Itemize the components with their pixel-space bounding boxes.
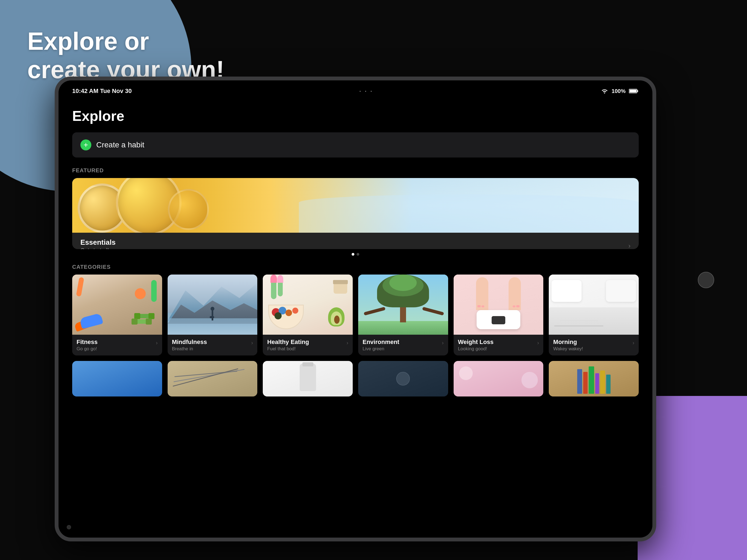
page-title: Explore xyxy=(72,108,639,124)
status-bar: 10:42 AM Tue Nov 30 · · · 100% xyxy=(58,80,652,97)
featured-banner[interactable]: Essentials Get started! › xyxy=(72,178,639,249)
morning-name: Morning xyxy=(553,338,583,346)
hero-line1: Explore or xyxy=(27,27,224,56)
category-card-mindfulness[interactable]: Mindfulness Breathe in › xyxy=(168,275,258,355)
mindfulness-image xyxy=(168,275,258,335)
environment-image xyxy=(358,275,448,335)
mindfulness-info: Mindfulness Breathe in › xyxy=(168,335,258,355)
weightloss-chevron-icon: › xyxy=(537,339,539,346)
fitness-subtitle: Go go go! xyxy=(77,346,98,352)
healthy-eating-subtitle: Fuel that bod! xyxy=(267,346,309,352)
svg-rect-1 xyxy=(637,90,638,92)
bottom-categories-grid xyxy=(72,361,639,397)
healthy-eating-name: Healthy Eating xyxy=(267,338,309,346)
environment-name: Environment xyxy=(363,338,399,346)
pagination-dot-2 xyxy=(357,253,359,256)
bottom-cat-2[interactable] xyxy=(168,361,258,397)
environment-subtitle: Live green xyxy=(363,346,399,352)
morning-chevron-icon: › xyxy=(633,339,634,346)
categories-grid: Fitness Go go go! › xyxy=(72,275,639,355)
healthy-eating-chevron-icon: › xyxy=(346,339,349,346)
featured-chevron-icon: › xyxy=(628,242,630,249)
plus-icon: + xyxy=(80,139,91,150)
battery-text: 100% xyxy=(612,88,626,94)
fitness-name: Fitness xyxy=(77,338,98,346)
bottom-cat-1[interactable] xyxy=(72,361,162,397)
featured-title: Essentials xyxy=(80,238,115,247)
front-camera xyxy=(67,525,71,529)
bottom-cat-4[interactable] xyxy=(358,361,448,397)
morning-image xyxy=(549,275,639,335)
weightloss-info: Weight Loss Looking good! › xyxy=(454,335,544,355)
status-dots: · · · xyxy=(359,87,373,95)
featured-subtitle: Get started! xyxy=(80,247,115,249)
category-card-weightloss[interactable]: Weight Loss Looking good! › xyxy=(454,275,544,355)
weight-loss-image xyxy=(454,275,544,335)
ipad-frame: 10:42 AM Tue Nov 30 · · · 100% Explore + xyxy=(55,77,656,541)
hero-text: Explore or create your own! xyxy=(27,27,224,84)
mindfulness-name: Mindfulness xyxy=(172,338,207,346)
fitness-info: Fitness Go go go! › xyxy=(72,335,162,355)
healthy-eating-image xyxy=(263,275,353,335)
featured-info: Essentials Get started! › xyxy=(72,233,639,249)
category-card-healthy[interactable]: Healthy Eating Fuel that bod! › xyxy=(263,275,353,355)
morning-subtitle: Wakey wakey! xyxy=(553,346,583,352)
app-content: Explore + Create a habit FEATURED Ess xyxy=(58,97,652,538)
environment-info: Environment Live green › xyxy=(358,335,448,355)
healthy-eating-info: Healthy Eating Fuel that bod! › xyxy=(263,335,353,355)
mindfulness-chevron-icon: › xyxy=(251,339,253,346)
pagination-dots xyxy=(72,253,639,256)
environment-chevron-icon: › xyxy=(442,339,444,346)
categories-section-label: CATEGORIES xyxy=(72,264,639,270)
mindfulness-subtitle: Breathe in xyxy=(172,346,207,352)
bottom-cat-6[interactable] xyxy=(549,361,639,397)
create-habit-label: Create a habit xyxy=(96,141,145,149)
weightloss-subtitle: Looking good! xyxy=(458,346,493,352)
wifi-icon xyxy=(601,87,609,95)
category-card-morning[interactable]: Morning Wakey wakey! › xyxy=(549,275,639,355)
status-time: 10:42 AM Tue Nov 30 xyxy=(72,87,132,95)
featured-section-label: FEATURED xyxy=(72,167,639,174)
scroll-indicator[interactable] xyxy=(698,272,714,288)
status-right-area: 100% xyxy=(601,87,639,95)
svg-rect-2 xyxy=(629,90,637,93)
category-card-fitness[interactable]: Fitness Go go go! › xyxy=(72,275,162,355)
fitness-chevron-icon: › xyxy=(156,339,158,346)
fitness-image xyxy=(72,275,162,335)
pagination-dot-1 xyxy=(352,253,354,256)
featured-image xyxy=(72,178,639,233)
category-card-environment[interactable]: Environment Live green › xyxy=(358,275,448,355)
battery-icon xyxy=(629,88,639,94)
bottom-cat-5[interactable] xyxy=(454,361,544,397)
morning-info: Morning Wakey wakey! › xyxy=(549,335,639,355)
create-habit-button[interactable]: + Create a habit xyxy=(72,132,639,157)
weightloss-name: Weight Loss xyxy=(458,338,493,346)
bottom-cat-3[interactable] xyxy=(263,361,353,397)
